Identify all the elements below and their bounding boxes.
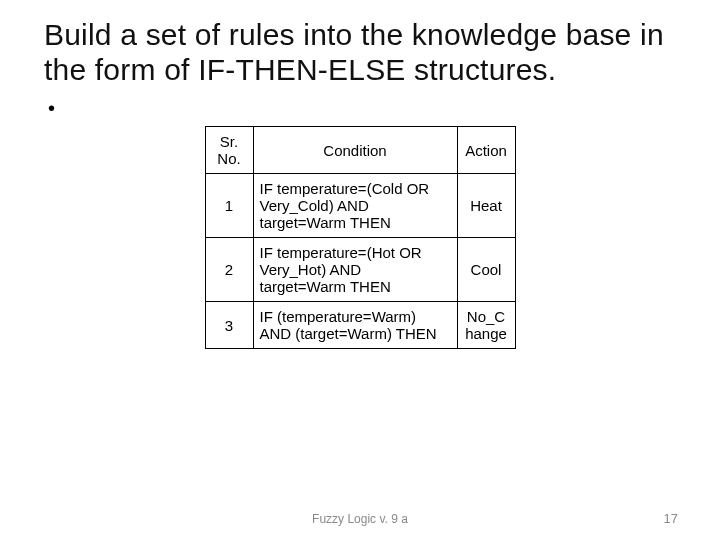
cell-action: Cool	[457, 238, 515, 302]
table-row: 1 IF temperature=(Cold OR Very_Cold) AND…	[205, 174, 515, 238]
table-row: 3 IF (temperature=Warm) AND (target=Warm…	[205, 302, 515, 349]
th-sr: Sr. No.	[205, 127, 253, 174]
cell-action: Heat	[457, 174, 515, 238]
th-condition: Condition	[253, 127, 457, 174]
cell-condition: IF (temperature=Warm) AND (target=Warm) …	[253, 302, 457, 349]
cell-condition: IF temperature=(Hot OR Very_Hot) AND tar…	[253, 238, 457, 302]
rules-table-wrap: Sr. No. Condition Action 1 IF temperatur…	[44, 126, 676, 349]
page-number: 17	[664, 511, 678, 526]
bullet-marker: •	[44, 97, 676, 120]
table-header-row: Sr. No. Condition Action	[205, 127, 515, 174]
table-row: 2 IF temperature=(Hot OR Very_Hot) AND t…	[205, 238, 515, 302]
footer-center: Fuzzy Logic v. 9 a	[0, 512, 720, 526]
cell-action: No_Change	[457, 302, 515, 349]
cell-sr: 1	[205, 174, 253, 238]
th-action: Action	[457, 127, 515, 174]
cell-sr: 2	[205, 238, 253, 302]
cell-condition: IF temperature=(Cold OR Very_Cold) AND t…	[253, 174, 457, 238]
slide-title: Build a set of rules into the knowledge …	[44, 18, 676, 87]
slide: Build a set of rules into the knowledge …	[0, 0, 720, 540]
rules-table: Sr. No. Condition Action 1 IF temperatur…	[205, 126, 516, 349]
cell-sr: 3	[205, 302, 253, 349]
